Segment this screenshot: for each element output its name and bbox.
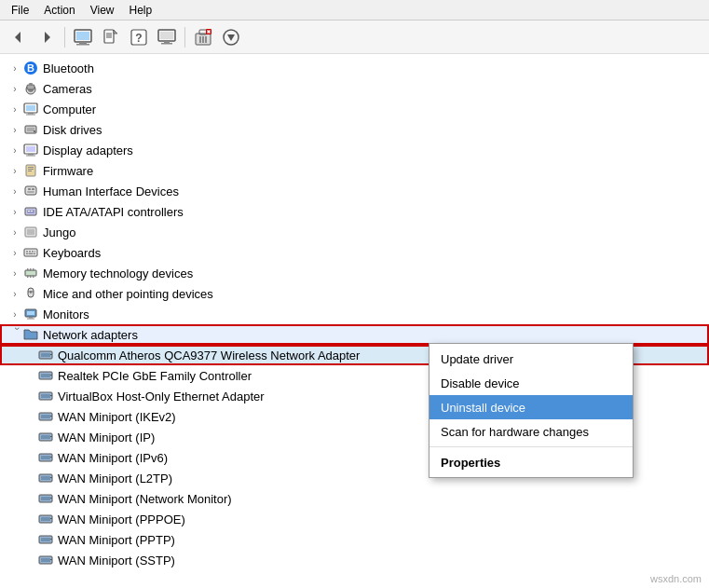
svg-rect-109 — [41, 538, 50, 541]
expand-arrow-monitors[interactable]: › — [7, 307, 22, 321]
menu-file[interactable]: File — [4, 2, 36, 19]
expand-arrow-bluetooth[interactable]: › — [7, 61, 22, 75]
context-menu-disable-device[interactable]: Disable device — [429, 371, 633, 395]
svg-rect-110 — [50, 539, 52, 540]
tree-item-label-display-adapters: Display adapters — [43, 144, 133, 157]
svg-rect-83 — [50, 354, 52, 355]
svg-point-40 — [34, 130, 35, 132]
network-device-icon-wan-pptp — [37, 531, 54, 548]
context-menu-uninstall-device[interactable]: Uninstall device — [429, 395, 633, 419]
svg-rect-51 — [32, 188, 34, 190]
tree-item-label-wan-ikev2: WAN Miniport (IKEv2) — [58, 410, 176, 424]
expand-arrow-cameras[interactable]: › — [7, 81, 22, 96]
svg-rect-4 — [79, 42, 87, 44]
tree-item-label-hid: Human Interface Devices — [43, 185, 179, 198]
context-menu-update-driver-label: Update driver — [441, 352, 513, 366]
svg-text:B: B — [27, 62, 34, 74]
expand-arrow-computer[interactable]: › — [7, 102, 22, 116]
svg-rect-112 — [41, 558, 50, 562]
menu-bar: File Action View Help — [0, 0, 709, 21]
expand-arrow-mice[interactable]: › — [7, 286, 22, 301]
context-menu-scan-hardware-label: Scan for hardware changes — [441, 425, 589, 439]
svg-rect-3 — [76, 32, 89, 40]
svg-rect-72 — [30, 275, 32, 278]
menu-help[interactable]: Help — [122, 2, 160, 19]
svg-rect-98 — [50, 457, 52, 458]
svg-rect-70 — [33, 268, 34, 271]
tree-item-keyboards[interactable]: › Keyboards — [0, 242, 709, 263]
tree-item-label-cameras: Cameras — [43, 82, 92, 96]
svg-rect-80 — [27, 319, 34, 320]
tree-item-display-adapters[interactable]: › Display adapters — [0, 140, 709, 160]
context-menu-properties-label: Properties — [441, 456, 500, 470]
svg-rect-107 — [50, 518, 52, 519]
toolbar-properties-button[interactable] — [70, 24, 96, 50]
tree-item-disk-drives[interactable]: › Disk drives — [0, 119, 709, 140]
tree-item-memory[interactable]: › Memory technology devices — [0, 263, 709, 283]
toolbar-add-button[interactable] — [218, 24, 244, 50]
expand-arrow-keyboards[interactable]: › — [7, 245, 22, 260]
expand-arrow-ide[interactable]: › — [7, 204, 22, 219]
tree-item-ide[interactable]: › IDE ATA/ATAPI controllers — [0, 201, 709, 222]
expand-arrow-display-adapters[interactable]: › — [7, 143, 22, 157]
expand-arrow-disk-drives[interactable]: › — [7, 122, 22, 137]
tree-item-label-realtek: Realtek PCIe GbE Family Controller — [58, 369, 252, 383]
svg-rect-58 — [27, 229, 34, 235]
network-device-icon-wan-pppoe — [37, 511, 54, 527]
ide-icon — [22, 203, 39, 220]
svg-marker-1 — [45, 32, 50, 43]
expand-arrow-firmware[interactable]: › — [7, 163, 22, 178]
toolbar-uninstall-button[interactable] — [190, 24, 216, 50]
svg-rect-104 — [50, 498, 52, 499]
tree-item-hid[interactable]: › Human Interface Devices — [0, 181, 709, 201]
svg-rect-65 — [29, 253, 34, 255]
svg-rect-68 — [27, 268, 29, 271]
menu-action[interactable]: Action — [36, 2, 82, 19]
tree-item-jungo[interactable]: › Jungo — [0, 222, 709, 242]
tree-item-firmware[interactable]: › Firmware — [0, 160, 709, 181]
tree-item-network-adapters[interactable]: › Network adapters — [0, 324, 709, 345]
svg-rect-47 — [28, 169, 34, 170]
toolbar-help-button[interactable]: ? — [126, 24, 152, 50]
svg-rect-71 — [27, 275, 29, 278]
network-device-icon-realtek — [37, 367, 54, 384]
tree-item-mice[interactable]: › Mice and other pointing devices — [0, 283, 709, 304]
toolbar-back-button[interactable] — [6, 24, 32, 50]
toolbar-document-button[interactable] — [98, 24, 124, 50]
tree-item-computer[interactable]: › Computer — [0, 99, 709, 119]
svg-rect-103 — [41, 497, 50, 500]
tree-item-cameras[interactable]: › Cameras — [0, 78, 709, 99]
svg-rect-6 — [104, 30, 114, 43]
device-tree[interactable]: › B Bluetooth › Cameras — [0, 54, 709, 588]
context-menu-scan-hardware[interactable]: Scan for hardware changes — [429, 419, 633, 444]
svg-marker-27 — [227, 34, 235, 41]
toolbar-separator-2 — [184, 27, 185, 48]
tree-item-wan-netmon[interactable]: WAN Miniport (Network Monitor) — [0, 488, 709, 509]
bluetooth-icon: B — [22, 60, 39, 76]
tree-item-wan-sstp[interactable]: WAN Miniport (SSTP) — [0, 550, 709, 570]
tree-item-label-wan-pptp: WAN Miniport (PPTP) — [58, 533, 175, 547]
context-menu-separator — [429, 446, 633, 447]
watermark: wsxdn.com — [650, 573, 702, 584]
context-menu-update-driver[interactable]: Update driver — [429, 347, 633, 371]
expand-arrow-network-adapters[interactable]: › — [7, 327, 22, 342]
tree-item-monitors[interactable]: › Monitors — [0, 304, 709, 324]
menu-view[interactable]: View — [83, 2, 122, 19]
context-menu-properties[interactable]: Properties — [429, 450, 633, 474]
toolbar-scan-button[interactable] — [154, 24, 180, 50]
computer-icon — [22, 101, 39, 117]
tree-item-wan-pppoe[interactable]: WAN Miniport (PPPOE) — [0, 509, 709, 529]
expand-arrow-hid[interactable]: › — [7, 184, 22, 198]
tree-item-label-firmware: Firmware — [43, 164, 93, 178]
toolbar-forward-button[interactable] — [34, 24, 60, 50]
svg-rect-69 — [30, 268, 32, 271]
tree-item-wan-pptp[interactable]: WAN Miniport (PPTP) — [0, 529, 709, 550]
expand-arrow-jungo[interactable]: › — [7, 225, 22, 239]
svg-rect-113 — [50, 559, 52, 560]
svg-rect-66 — [34, 253, 35, 255]
expand-arrow-memory[interactable]: › — [7, 266, 22, 280]
svg-rect-63 — [34, 251, 35, 253]
tree-item-label-jungo: Jungo — [43, 226, 75, 239]
tree-item-bluetooth[interactable]: › B Bluetooth — [0, 58, 709, 78]
svg-rect-89 — [50, 395, 52, 396]
